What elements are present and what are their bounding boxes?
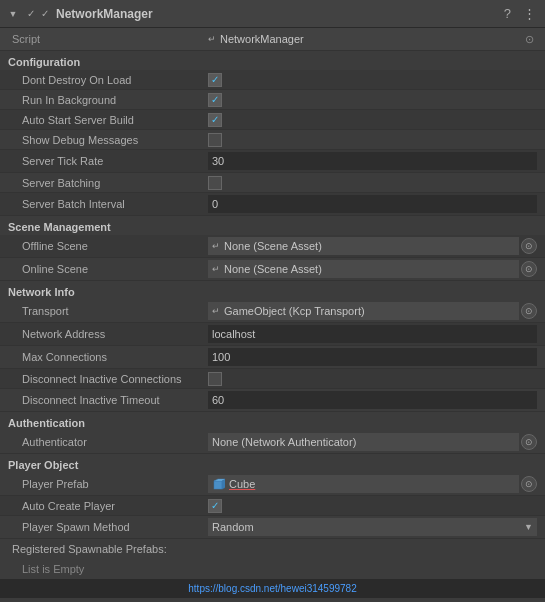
panel-header: ▼ ✓ ✓ NetworkManager ? ⋮ xyxy=(0,0,545,28)
authenticator-field[interactable]: None (Network Authenticator) xyxy=(208,433,519,451)
run-in-background-checkbox[interactable] xyxy=(208,93,222,107)
configuration-section-header: Configuration xyxy=(0,51,545,70)
bottom-url: https://blog.csdn.net/hewei314599782 xyxy=(188,583,356,594)
player-spawn-method-dropdown[interactable]: Random ▼ xyxy=(208,518,537,536)
player-prefab-circle-button[interactable]: ⊙ xyxy=(521,476,537,492)
server-tick-rate-input[interactable] xyxy=(208,152,537,170)
scene-management-section-header: Scene Management xyxy=(0,216,545,235)
max-connections-value xyxy=(208,348,537,366)
disconnect-timeout-row: Disconnect Inactive Timeout xyxy=(0,389,545,412)
disconnect-inactive-value xyxy=(208,372,537,386)
dont-destroy-checkbox[interactable] xyxy=(208,73,222,87)
online-scene-text: None (Scene Asset) xyxy=(224,263,515,275)
player-prefab-value: Cube ⊙ xyxy=(208,475,537,493)
authentication-section-header: Authentication xyxy=(0,412,545,431)
server-batch-interval-value xyxy=(208,195,537,213)
active-checkbox[interactable]: ✓ xyxy=(38,7,52,21)
auto-start-checkbox[interactable] xyxy=(208,113,222,127)
auto-start-value xyxy=(208,113,537,127)
registered-prefabs-row: Registered Spawnable Prefabs: xyxy=(0,539,545,559)
transport-field[interactable]: ↵ GameObject (Kcp Transport) xyxy=(208,302,519,320)
server-batching-checkbox[interactable] xyxy=(208,176,222,190)
list-empty-row: List is Empty xyxy=(0,559,545,579)
script-row: Script ↵ NetworkManager ⊙ xyxy=(0,28,545,51)
show-debug-row: Show Debug Messages xyxy=(0,130,545,150)
network-address-label: Network Address xyxy=(8,328,208,340)
script-goto-button[interactable]: ⊙ xyxy=(521,31,537,47)
transport-circle-button[interactable]: ⊙ xyxy=(521,303,537,319)
transport-label: Transport xyxy=(8,305,208,317)
enabled-checkbox[interactable]: ✓ xyxy=(24,7,38,21)
authenticator-circle-button[interactable]: ⊙ xyxy=(521,434,537,450)
network-manager-panel: ▼ ✓ ✓ NetworkManager ? ⋮ Script ↵ Networ… xyxy=(0,0,545,598)
player-spawn-method-label: Player Spawn Method xyxy=(8,521,208,533)
authenticator-text: None (Network Authenticator) xyxy=(212,436,515,448)
offline-scene-arrow-icon: ↵ xyxy=(212,241,220,251)
online-scene-arrow-icon: ↵ xyxy=(212,264,220,274)
disconnect-inactive-label: Disconnect Inactive Connections xyxy=(8,373,208,385)
auto-start-label: Auto Start Server Build xyxy=(8,114,208,126)
offline-scene-label: Offline Scene xyxy=(8,240,208,252)
max-connections-label: Max Connections xyxy=(8,351,208,363)
server-tick-rate-value xyxy=(208,152,537,170)
cube-icon xyxy=(212,477,226,491)
offline-scene-row: Offline Scene ↵ None (Scene Asset) ⊙ xyxy=(0,235,545,258)
collapse-arrows[interactable]: ▼ xyxy=(6,7,20,21)
disconnect-inactive-checkbox[interactable] xyxy=(208,372,222,386)
player-spawn-method-text: Random xyxy=(212,521,524,533)
script-value-text: NetworkManager xyxy=(220,33,304,45)
run-in-background-value xyxy=(208,93,537,107)
max-connections-input[interactable] xyxy=(208,348,537,366)
header-actions: ? ⋮ xyxy=(501,5,539,22)
list-empty-text: List is Empty xyxy=(22,563,84,575)
online-scene-circle-button[interactable]: ⊙ xyxy=(521,261,537,277)
registered-prefabs-label: Registered Spawnable Prefabs: xyxy=(8,543,167,555)
player-prefab-field[interactable]: Cube xyxy=(208,475,519,493)
server-batch-interval-input[interactable] xyxy=(208,195,537,213)
online-scene-label: Online Scene xyxy=(8,263,208,275)
svg-rect-0 xyxy=(214,481,222,489)
server-batching-row: Server Batching xyxy=(0,173,545,193)
authenticator-value: None (Network Authenticator) ⊙ xyxy=(208,433,537,451)
auto-create-player-value xyxy=(208,499,537,513)
run-in-background-label: Run In Background xyxy=(8,94,208,106)
show-debug-label: Show Debug Messages xyxy=(8,134,208,146)
auto-create-player-checkbox[interactable] xyxy=(208,499,222,513)
collapse-arrow-icon[interactable]: ▼ xyxy=(6,7,20,21)
online-scene-field[interactable]: ↵ None (Scene Asset) xyxy=(208,260,519,278)
network-address-value xyxy=(208,325,537,343)
dont-destroy-value xyxy=(208,73,537,87)
transport-row: Transport ↵ GameObject (Kcp Transport) ⊙ xyxy=(0,300,545,323)
network-info-section-header: Network Info xyxy=(0,281,545,300)
player-prefab-text: Cube xyxy=(229,478,515,490)
player-object-section-header: Player Object xyxy=(0,454,545,473)
dont-destroy-label: Dont Destroy On Load xyxy=(8,74,208,86)
svg-marker-2 xyxy=(222,479,225,489)
player-spawn-method-row: Player Spawn Method Random ▼ xyxy=(0,516,545,539)
settings-button[interactable]: ⋮ xyxy=(520,5,539,22)
server-batch-interval-row: Server Batch Interval xyxy=(0,193,545,216)
transport-text: GameObject (Kcp Transport) xyxy=(224,305,515,317)
offline-scene-field[interactable]: ↵ None (Scene Asset) xyxy=(208,237,519,255)
player-spawn-method-value: Random ▼ xyxy=(208,518,537,536)
disconnect-inactive-row: Disconnect Inactive Connections xyxy=(0,369,545,389)
server-batching-label: Server Batching xyxy=(8,177,208,189)
auto-create-player-row: Auto Create Player xyxy=(0,496,545,516)
offline-scene-circle-button[interactable]: ⊙ xyxy=(521,238,537,254)
panel-title: NetworkManager xyxy=(52,7,501,21)
network-address-row: Network Address xyxy=(0,323,545,346)
online-scene-row: Online Scene ↵ None (Scene Asset) ⊙ xyxy=(0,258,545,281)
disconnect-timeout-value xyxy=(208,391,537,409)
disconnect-timeout-input[interactable] xyxy=(208,391,537,409)
network-address-input[interactable] xyxy=(208,325,537,343)
authenticator-label: Authenticator xyxy=(8,436,208,448)
offline-scene-text: None (Scene Asset) xyxy=(224,240,515,252)
auto-create-player-label: Auto Create Player xyxy=(8,500,208,512)
auto-start-row: Auto Start Server Build xyxy=(0,110,545,130)
show-debug-checkbox[interactable] xyxy=(208,133,222,147)
server-batch-interval-label: Server Batch Interval xyxy=(8,198,208,210)
transport-value: ↵ GameObject (Kcp Transport) ⊙ xyxy=(208,302,537,320)
authenticator-row: Authenticator None (Network Authenticato… xyxy=(0,431,545,454)
player-prefab-label: Player Prefab xyxy=(8,478,208,490)
help-button[interactable]: ? xyxy=(501,5,514,22)
